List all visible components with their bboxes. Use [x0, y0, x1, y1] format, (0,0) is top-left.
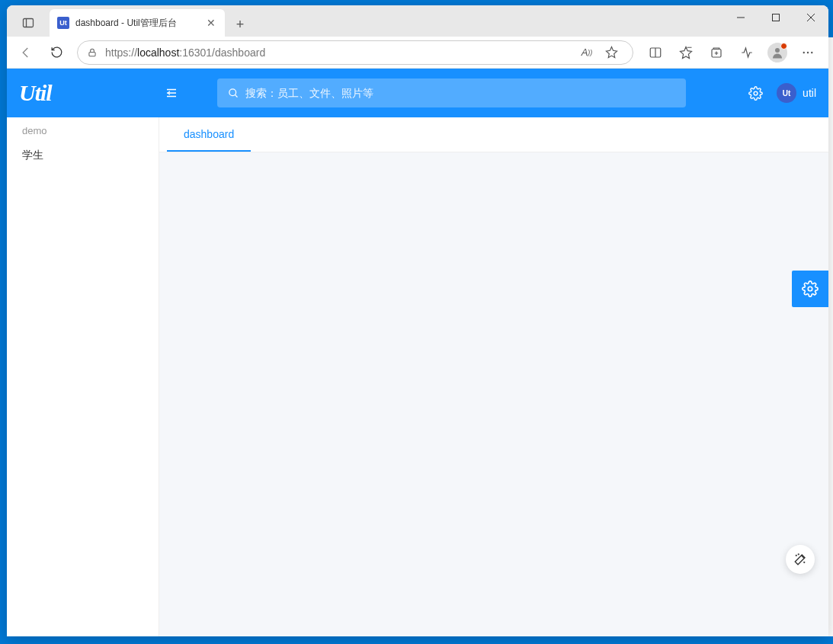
- svg-point-14: [775, 48, 780, 53]
- svg-point-21: [229, 88, 236, 95]
- svg-point-15: [803, 51, 805, 53]
- lock-icon: [87, 47, 98, 58]
- app-logo[interactable]: Util: [19, 80, 156, 106]
- svg-point-25: [796, 555, 796, 556]
- sidebar: demo 学生: [7, 117, 159, 636]
- avatar: Ut: [777, 83, 796, 103]
- search-input-wrapper[interactable]: [217, 78, 686, 107]
- back-button[interactable]: [13, 40, 39, 66]
- url-input[interactable]: https://localhost:16301/dashboard A)): [77, 40, 633, 65]
- window-close-button[interactable]: [793, 5, 828, 30]
- url-text: https://localhost:16301/dashboard: [105, 46, 575, 59]
- svg-point-17: [811, 51, 812, 53]
- edge-sidebar-sliver: [828, 37, 833, 636]
- profile-button[interactable]: [763, 40, 792, 66]
- address-bar: https://localhost:16301/dashboard A)): [7, 37, 828, 69]
- theme-settings-button[interactable]: [792, 271, 828, 307]
- browser-tab-bar: Ut dashboard - Util管理后台 ✕ +: [7, 5, 828, 37]
- tab-dashboard[interactable]: dashboard: [167, 117, 251, 152]
- content-area: [159, 152, 828, 636]
- svg-point-24: [808, 287, 812, 291]
- split-screen-icon[interactable]: [641, 40, 670, 66]
- new-tab-button[interactable]: +: [228, 12, 252, 37]
- performance-icon[interactable]: [732, 40, 761, 66]
- close-icon[interactable]: ✕: [205, 17, 217, 29]
- minimize-button[interactable]: [723, 5, 758, 30]
- browser-tab-active[interactable]: Ut dashboard - Util管理后台 ✕: [50, 9, 225, 37]
- magic-wand-button[interactable]: [786, 545, 815, 574]
- main-content: dashboard: [159, 117, 828, 636]
- gear-icon[interactable]: [748, 86, 763, 101]
- svg-rect-3: [773, 14, 780, 21]
- svg-point-16: [807, 51, 809, 53]
- svg-rect-6: [89, 52, 95, 56]
- more-icon[interactable]: [793, 40, 822, 66]
- svg-line-22: [235, 95, 237, 97]
- favorites-icon[interactable]: [671, 40, 700, 66]
- app-header: Util Ut: [7, 69, 828, 117]
- tab-favicon: Ut: [57, 17, 69, 29]
- app-viewport: Util Ut: [7, 69, 828, 636]
- sidebar-item-student[interactable]: 学生: [7, 141, 159, 170]
- refresh-button[interactable]: [43, 40, 69, 66]
- sidebar-group-demo: demo: [7, 117, 159, 141]
- svg-rect-0: [24, 19, 34, 27]
- menu-fold-icon[interactable]: [156, 78, 187, 108]
- search-icon: [228, 88, 239, 99]
- tab-actions-icon[interactable]: [13, 9, 43, 37]
- favorite-icon[interactable]: [599, 40, 623, 65]
- window-controls: [723, 5, 828, 30]
- svg-point-23: [754, 91, 758, 95]
- read-aloud-icon[interactable]: A)): [575, 40, 599, 65]
- svg-point-26: [804, 562, 805, 562]
- svg-point-27: [798, 554, 799, 555]
- user-menu[interactable]: Ut util: [777, 83, 816, 103]
- content-tabs: dashboard: [159, 117, 828, 152]
- collections-icon[interactable]: [702, 40, 731, 66]
- maximize-button[interactable]: [758, 5, 793, 30]
- tab-title: dashboard - Util管理后台: [75, 17, 205, 30]
- search-input[interactable]: [245, 87, 675, 99]
- user-name-label: util: [803, 87, 816, 99]
- browser-window: Ut dashboard - Util管理后台 ✕ +: [7, 5, 828, 636]
